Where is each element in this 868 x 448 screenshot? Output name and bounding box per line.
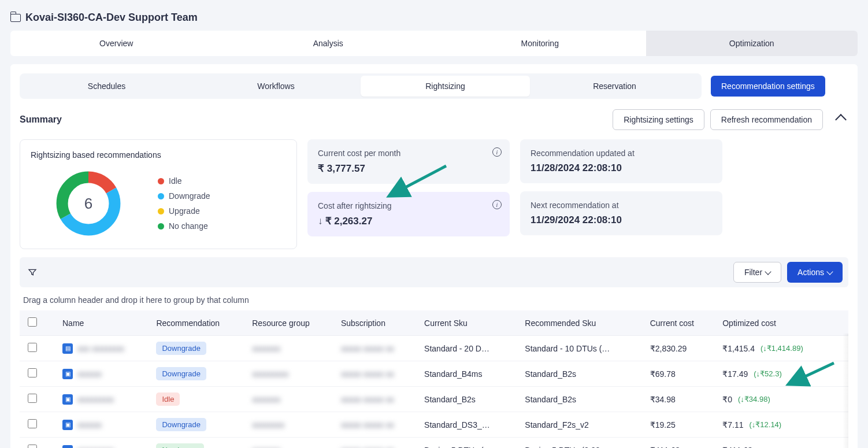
subtab-schedules[interactable]: Schedules — [22, 76, 191, 97]
group-hint[interactable]: Drag a column header and drop it here to… — [20, 287, 848, 310]
refresh-recommendation-button[interactable]: Refresh recommendation — [710, 109, 823, 130]
current-sku-value: Standard - 20 D… — [416, 336, 517, 361]
row-checkbox[interactable] — [28, 445, 37, 448]
row-checkbox[interactable] — [28, 368, 37, 377]
table-row[interactable]: ▣xxxxxxxxx Idle xxxxxxx xxxxx xxxxx xx S… — [20, 387, 848, 412]
recommendation-badge: No change — [156, 443, 204, 448]
col-optimized-cost[interactable]: Optimized cost — [714, 310, 831, 336]
col-name[interactable]: Name — [54, 310, 148, 336]
recommended-sku-value: Standard - 10 DTUs (… — [517, 336, 641, 361]
subscription-value: xxxxx xxxxx xx — [341, 446, 394, 449]
breadcrumb: Kovai-Sl360-CA-Dev Support Team — [10, 9, 858, 31]
resource-group-value: xxxxxxxx — [252, 420, 284, 430]
resource-icon: ▤ — [62, 343, 73, 354]
col-resource-group[interactable]: Resource group — [244, 310, 333, 336]
col-recommendation[interactable]: Recommendation — [148, 310, 244, 336]
resource-group-value: xxxxxxxxx — [252, 369, 288, 379]
recommendations-card: Rightsizing based recommendations 6 Idle… — [20, 139, 297, 249]
delta-value: (↓₹34.98) — [738, 395, 770, 403]
recommendation-badge: Idle — [156, 393, 180, 406]
current-cost-value: ₹69.78 — [642, 361, 715, 387]
subscription-value: xxxxx xxxxx xx — [341, 395, 394, 404]
folder-icon — [10, 14, 21, 22]
optimized-cost-value: ₹1,415.4 — [722, 344, 755, 353]
dot-icon — [158, 208, 164, 214]
resource-name[interactable]: xxxxxx — [77, 369, 102, 379]
rightsizing-settings-button[interactable]: Rightsizing settings — [613, 109, 704, 130]
filter-button[interactable]: Filter — [733, 262, 781, 283]
down-arrow-icon: ↓ — [318, 216, 323, 227]
sub-tabs: Schedules Workflows Rightsizing Reservat… — [20, 73, 702, 99]
resource-group-value: xxxxxxx — [252, 344, 280, 353]
optimized-cost-value: ₹411.63 — [722, 446, 752, 449]
subtab-rightsizing[interactable]: Rightsizing — [361, 76, 530, 97]
col-current-cost[interactable]: Current cost — [642, 310, 715, 336]
info-icon[interactable]: i — [492, 200, 502, 209]
resource-name[interactable]: xxxxxxxxx — [77, 446, 114, 449]
main-tabs: Overview Analysis Monitoring Optimizatio… — [10, 31, 858, 56]
tab-optimization[interactable]: Optimization — [646, 31, 858, 56]
stat-current-cost: i Current cost per month ₹ 3,777.57 — [307, 139, 510, 184]
resource-icon: ▣ — [62, 369, 73, 379]
resource-icon: ▣ — [62, 420, 73, 430]
table-row[interactable]: ▤xxx xxxxxxxx Downgrade xxxxxxx xxxxx xx… — [20, 336, 848, 361]
resource-group-value: xxxxxxx — [252, 446, 280, 449]
subscription-value: xxxxx xxxxx xx — [341, 344, 394, 353]
summary-heading: Summary — [20, 114, 62, 125]
recommended-sku-value: Basic - 5 DTUs (2.00 … — [517, 438, 641, 449]
dot-icon — [158, 193, 164, 199]
legend-nochange: No change — [158, 221, 210, 231]
subtab-reservation[interactable]: Reservation — [530, 76, 699, 97]
col-current-sku[interactable]: Current Sku — [416, 310, 517, 336]
chevron-down-icon — [826, 268, 833, 275]
current-sku-value: Standard_DS3_… — [416, 412, 517, 438]
col-recommended-sku[interactable]: Recommended Sku — [517, 310, 641, 336]
resource-name[interactable]: xxx xxxxxxxx — [77, 344, 124, 353]
current-sku-value: Standard_B2s — [416, 387, 517, 412]
filter-icon[interactable] — [28, 268, 37, 277]
info-icon[interactable]: i — [492, 147, 502, 157]
recommendation-settings-button[interactable]: Recommendation settings — [711, 76, 825, 97]
optimized-cost-value: ₹0 — [722, 395, 732, 404]
table-row[interactable]: ▤xxxxxxxxx No change xxxxxxx xxxxx xxxxx… — [20, 438, 848, 449]
current-sku-value: Basic - 5 DTUs (… — [416, 438, 517, 449]
row-checkbox[interactable] — [28, 343, 37, 352]
recommended-sku-value: Standard_B2s — [517, 387, 641, 412]
filter-bar: Filter Actions — [20, 257, 848, 287]
resource-name[interactable]: xxxxxx — [77, 420, 102, 430]
table-row[interactable]: ▣xxxxxx Downgrade xxxxxxxxx xxxxx xxxxx … — [20, 361, 848, 387]
subtab-workflows[interactable]: Workflows — [191, 76, 361, 97]
optimization-panel: Schedules Workflows Rightsizing Reservat… — [10, 64, 858, 448]
stat-next-at: Next recommendation at 11/29/2024 22:08:… — [520, 191, 722, 235]
tab-analysis[interactable]: Analysis — [222, 31, 435, 56]
legend-idle: Idle — [158, 176, 210, 186]
delta-value: (↓₹1,414.89) — [761, 344, 803, 353]
legend: Idle Downgrade Upgrade No change — [158, 176, 210, 231]
page-title: Kovai-Sl360-CA-Dev Support Team — [25, 12, 198, 24]
collapse-summary-icon[interactable] — [835, 114, 847, 125]
dot-icon — [158, 178, 164, 184]
col-subscription[interactable]: Subscription — [333, 310, 416, 336]
donut-total: 6 — [54, 169, 123, 238]
chevron-down-icon — [765, 268, 771, 275]
current-cost-value: ₹34.98 — [642, 387, 715, 412]
resource-group-value: xxxxxxx — [252, 395, 280, 404]
tab-overview[interactable]: Overview — [10, 31, 222, 56]
recommended-sku-value: Standard_F2s_v2 — [517, 412, 641, 438]
row-checkbox[interactable] — [28, 419, 37, 428]
table-row[interactable]: ▣xxxxxx Downgrade xxxxxxxx xxxxx xxxxx x… — [20, 412, 848, 438]
select-all-checkbox[interactable] — [28, 317, 37, 327]
recommendation-badge: Downgrade — [156, 342, 206, 355]
legend-downgrade: Downgrade — [158, 191, 210, 201]
resource-name[interactable]: xxxxxxxxx — [77, 395, 114, 404]
optimized-cost-value: ₹17.49 — [722, 369, 748, 379]
tab-monitoring[interactable]: Monitoring — [434, 31, 646, 56]
actions-button[interactable]: Actions — [787, 262, 843, 283]
recommendation-badge: Downgrade — [156, 367, 206, 380]
row-checkbox[interactable] — [28, 394, 37, 403]
stat-updated-at: Recommendation updated at 11/28/2024 22:… — [520, 139, 722, 183]
recommendation-badge: Downgrade — [156, 418, 206, 431]
recommended-sku-value: Standard_B2s — [517, 361, 641, 387]
delta-value: (↓₹52.3) — [754, 369, 782, 378]
current-cost-value: ₹2,830.29 — [642, 336, 715, 361]
